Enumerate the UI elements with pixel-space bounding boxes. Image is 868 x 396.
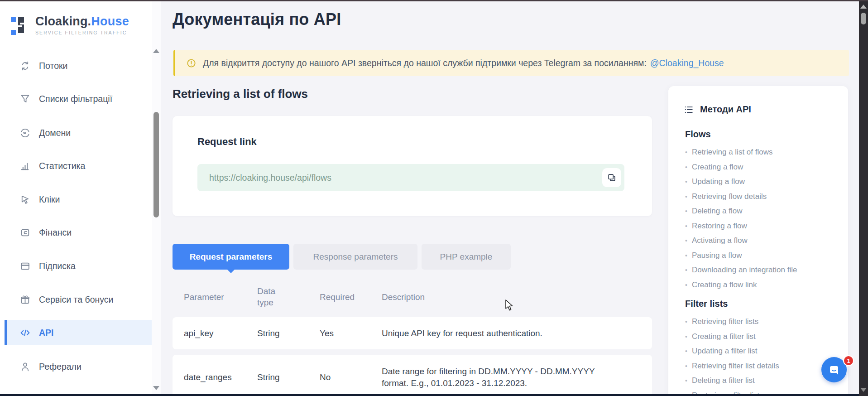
warning-icon	[186, 58, 197, 68]
api-methods-panel: Методи API Flows Retrieving a list of fl…	[668, 86, 848, 396]
method-link[interactable]: Deleting a filter list	[685, 373, 836, 388]
method-link[interactable]: Restoring a flow	[685, 219, 836, 234]
chat-bubble-icon	[827, 362, 841, 377]
method-link[interactable]: Retrieving flow details	[685, 189, 836, 204]
section-title: Retrieving a list of flows	[173, 87, 308, 101]
sidebar-item-label: API	[39, 328, 54, 338]
sidebar-item-api[interactable]: API	[5, 320, 152, 345]
sidebar-item-label: Реферали	[39, 362, 82, 372]
finance-icon	[19, 227, 31, 238]
sidebar-item-label: Потоки	[39, 61, 67, 71]
api-icon	[19, 327, 31, 338]
sidebar-item-label: Статистика	[39, 161, 85, 171]
tab-request-parameters[interactable]: Request parameters	[173, 244, 289, 270]
sidebar-item-statistics[interactable]: Статистика	[0, 153, 152, 179]
telegram-link[interactable]: @Cloaking_House	[650, 58, 724, 68]
cell-parameter: api_key	[184, 328, 257, 338]
sidebar-item-flows[interactable]: Потоки	[0, 53, 152, 78]
cell-description: Unique API key for request authenticatio…	[382, 328, 615, 339]
method-link[interactable]: Retrieving filter lists	[685, 314, 836, 329]
logo[interactable]: Cloaking.House SERVICE FILTERING TRAFFIC	[11, 14, 129, 36]
domains-icon	[19, 127, 31, 139]
brand-accent: House	[91, 14, 129, 28]
table-row: date_ranges String No Date range for fil…	[173, 355, 652, 396]
method-link[interactable]: Activating a flow	[685, 233, 836, 248]
cell-description: Date range for filtering in DD.MM.YYYY -…	[382, 366, 615, 389]
sidebar-item-label: Кліки	[39, 194, 60, 205]
page-title: Документація по API	[173, 10, 341, 29]
method-link[interactable]: Creating a flow link	[685, 278, 836, 293]
flows-icon	[19, 60, 31, 72]
table-row: api_key String Yes Unique API key for re…	[173, 317, 652, 349]
window-scrollbar	[859, 1, 868, 396]
clicks-icon	[19, 193, 31, 205]
group-title-flows: Flows	[685, 129, 836, 140]
scroll-up-arrow[interactable]	[153, 49, 159, 53]
method-link[interactable]: Creating a flow	[685, 160, 836, 175]
window-top-edge	[0, 0, 868, 1]
method-link[interactable]: Updating a filter list	[685, 344, 836, 359]
scrollbar-thumb[interactable]	[861, 13, 866, 24]
cell-data-type: String	[257, 328, 320, 338]
subscription-icon	[19, 260, 31, 272]
sidebar-item-finance[interactable]: Фінанси	[0, 220, 152, 245]
request-url-box: https://cloaking.house/api/flows	[197, 164, 624, 191]
mouse-cursor	[504, 299, 514, 312]
tab-response-parameters[interactable]: Response parameters	[293, 244, 417, 270]
method-link[interactable]: Updating a flow	[685, 174, 836, 189]
sidebar-item-domains[interactable]: Домени	[0, 120, 152, 145]
method-link[interactable]: Retrieving a list of flows	[685, 145, 836, 160]
cell-parameter: date_ranges	[184, 372, 257, 382]
method-link[interactable]: Retrieving filter list details	[685, 359, 836, 374]
sidebar-item-filter-lists[interactable]: Списки фільтрації	[0, 86, 152, 111]
sidebar-item-subscription[interactable]: Підписка	[0, 253, 152, 279]
sidebar-item-label: Списки фільтрації	[39, 94, 112, 104]
filter-lists-icon	[19, 93, 31, 105]
cell-required: Yes	[320, 328, 382, 338]
statistics-icon	[19, 160, 31, 172]
sidebar: Cloaking.House SERVICE FILTERING TRAFFIC…	[0, 1, 152, 396]
logo-tagline: SERVICE FILTERING TRAFFIC	[35, 30, 129, 35]
method-link[interactable]: Deleting a flow	[685, 204, 836, 219]
brand-primary: Cloaking.	[35, 14, 91, 28]
scroll-down-arrow[interactable]	[860, 388, 867, 392]
referrals-icon	[19, 361, 31, 372]
filter-lists-method-list: Retrieving filter lists Creating a filte…	[685, 314, 836, 396]
sidebar-item-services[interactable]: Сервіси та бонуси	[0, 287, 152, 312]
copy-icon	[607, 173, 617, 183]
method-link[interactable]: Pausing a flow	[685, 248, 836, 263]
method-link[interactable]: Creating a filter list	[685, 329, 836, 344]
copy-url-button[interactable]	[602, 168, 621, 187]
sidebar-item-clicks[interactable]: Кліки	[0, 187, 152, 212]
sidebar-item-referrals[interactable]: Реферали	[0, 354, 152, 379]
cell-required: No	[320, 372, 382, 382]
api-access-notice: Для відкриття доступу до нашого API звер…	[173, 50, 849, 76]
logo-text: Cloaking.House SERVICE FILTERING TRAFFIC	[35, 14, 129, 35]
scroll-up-arrow[interactable]	[860, 5, 867, 9]
col-header-parameter: Parameter	[184, 292, 257, 302]
scrollbar-thumb[interactable]	[153, 112, 159, 217]
method-link[interactable]: Downloading an integration file	[685, 263, 836, 278]
group-title-filter-lists: Filter lists	[685, 299, 836, 309]
window-bottom-edge	[0, 394, 868, 396]
flows-method-list: Retrieving a list of flows Creating a fl…	[685, 145, 836, 292]
methods-panel-title: Методи API	[700, 104, 751, 115]
sidebar-scrollbar	[152, 1, 161, 394]
request-link-card: Request link https://cloaking.house/api/…	[173, 116, 652, 216]
sidebar-item-label: Сервіси та бонуси	[39, 295, 113, 305]
methods-panel-header: Методи API	[684, 104, 836, 115]
scroll-down-arrow[interactable]	[153, 386, 159, 390]
chat-notification-badge: 1	[843, 355, 854, 366]
tab-php-example[interactable]: PHP example	[422, 244, 511, 270]
logo-mark-icon	[11, 14, 29, 36]
list-icon	[684, 105, 694, 115]
services-icon	[19, 294, 31, 305]
table-header: Parameter Data type Required Description	[173, 281, 652, 314]
cell-data-type: String	[257, 372, 320, 382]
sidebar-item-label: Фінанси	[39, 227, 72, 238]
parameter-tabs: Request parameters Response parameters P…	[173, 244, 511, 270]
sidebar-item-label: Підписка	[39, 261, 76, 271]
request-link-title: Request link	[197, 136, 257, 148]
sidebar-item-label: Домени	[39, 128, 71, 138]
request-url: https://cloaking.house/api/flows	[209, 164, 331, 191]
